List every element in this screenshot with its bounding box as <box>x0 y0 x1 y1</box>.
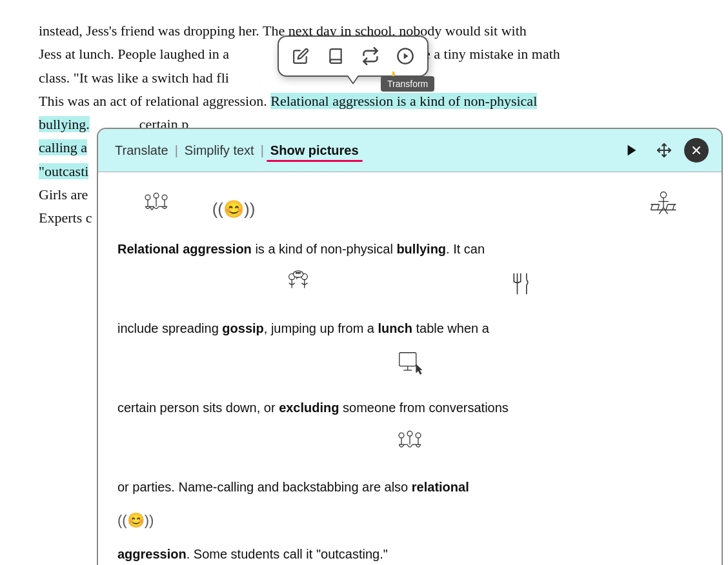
svg-line-25 <box>666 204 668 210</box>
highlight-outcasting: "outcasti <box>39 163 88 179</box>
svg-point-35 <box>299 272 301 273</box>
computer-cursor-icon <box>393 346 427 380</box>
svg-rect-39 <box>399 353 416 366</box>
relational-text: relational <box>412 480 469 494</box>
svg-marker-42 <box>416 364 422 375</box>
svg-line-18 <box>660 208 664 214</box>
icon-row-4 <box>117 426 702 469</box>
separator-2: | <box>261 143 264 158</box>
content-line-5: aggression. Some students call it "outca… <box>117 539 702 565</box>
play-circle-button[interactable] <box>391 42 420 70</box>
svg-line-19 <box>663 208 668 214</box>
svg-point-43 <box>399 433 404 438</box>
highlight-relational: Relational aggression is a kind of non-p… <box>270 93 537 109</box>
edit-button[interactable] <box>287 42 315 70</box>
tab-translate[interactable]: Translate <box>111 142 172 159</box>
svg-point-34 <box>298 272 299 273</box>
content-line-4: or parties. Name-calling and backstabbin… <box>117 471 702 502</box>
icon-row-3 <box>117 346 702 390</box>
transform-tooltip: Transform <box>381 76 434 92</box>
gossip-icon <box>281 267 315 301</box>
sound-waves-icon: ((😊)) <box>195 191 272 228</box>
relational-party-icon <box>393 426 427 459</box>
lunch-icon <box>505 267 538 301</box>
lunch-table-icon-group <box>480 267 563 310</box>
svg-point-33 <box>296 272 298 273</box>
book-button[interactable] <box>321 42 350 70</box>
svg-point-31 <box>294 271 304 277</box>
highlight-bullying: bullying. <box>39 116 90 132</box>
person-barrier-icon <box>647 188 680 221</box>
gossip-text: gossip <box>222 321 263 335</box>
icon-row-1: ((😊)) <box>117 188 702 231</box>
bullying-text: bullying <box>396 242 446 256</box>
panel-tabs: Translate | Simplify text | Show picture… <box>111 142 363 159</box>
panel-content: ((😊)) <box>98 172 722 565</box>
svg-marker-2 <box>628 145 636 156</box>
main-panel: Translate | Simplify text | Show picture… <box>97 128 723 565</box>
svg-point-8 <box>154 193 159 198</box>
svg-point-9 <box>162 195 167 200</box>
highlight-calling: calling a <box>39 139 87 155</box>
svg-point-15 <box>660 192 666 198</box>
svg-line-26 <box>672 204 674 210</box>
icon-row-2 <box>117 267 702 310</box>
svg-point-44 <box>407 431 412 436</box>
gossip-icon-group <box>256 267 340 310</box>
separator-1: | <box>175 143 178 158</box>
aggression-text: aggression <box>117 547 187 561</box>
svg-marker-1 <box>404 53 409 59</box>
person-barrier-icon-group <box>625 188 702 231</box>
content-line-2: include spreading gossip, jumping up fro… <box>117 313 702 344</box>
tab-show-pictures[interactable]: Show pictures <box>267 142 363 159</box>
excluding-icon-group <box>371 346 449 390</box>
panel-header: Translate | Simplify text | Show picture… <box>98 129 722 172</box>
content-line-1: Relational aggression is a kind of non-p… <box>117 233 702 264</box>
lunch-text: lunch <box>378 321 412 335</box>
svg-point-45 <box>416 433 421 438</box>
sound-icon-group: ((😊)) <box>195 191 272 228</box>
transform-button[interactable] <box>356 42 385 70</box>
svg-point-7 <box>145 195 150 200</box>
relational-aggression-text: Relational aggression <box>117 242 252 256</box>
svg-line-23 <box>651 204 653 210</box>
handshake-icon <box>139 188 173 221</box>
panel-close-button[interactable] <box>684 138 709 163</box>
panel-controls <box>620 138 709 163</box>
bg-line-4: This was an act of relational aggression… <box>39 90 689 113</box>
handshake-icon-group <box>117 188 195 231</box>
aggression-sound-icon: ((😊)) <box>117 505 182 536</box>
panel-play-button[interactable] <box>620 138 644 163</box>
tab-simplify[interactable]: Simplify text <box>181 142 258 159</box>
icon-row-5: ((😊)) <box>117 505 702 536</box>
excluding-text: excluding <box>279 401 339 415</box>
panel-move-button[interactable] <box>652 138 676 163</box>
svg-line-24 <box>658 204 660 210</box>
toolbar-popup <box>278 35 429 77</box>
content-line-3: certain person sits down, or excluding s… <box>117 392 702 423</box>
party-icon-group <box>371 426 449 469</box>
